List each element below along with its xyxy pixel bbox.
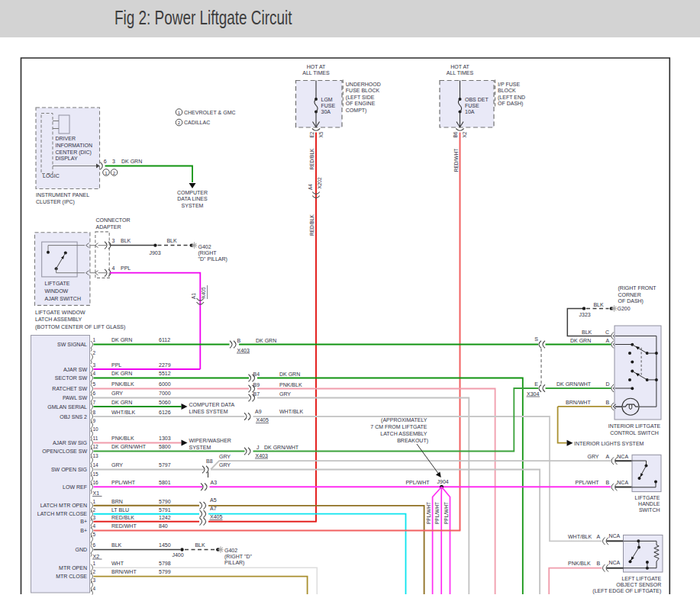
svg-text:INTERIOR LIFTGATE: INTERIOR LIFTGATE — [608, 423, 661, 429]
svg-text:AJAR SW: AJAR SW — [63, 367, 88, 372]
svg-text:J904: J904 — [437, 479, 449, 484]
svg-text:WHT/BLK: WHT/BLK — [279, 409, 303, 414]
svg-text:J903: J903 — [149, 250, 160, 256]
svg-text:DK GRN: DK GRN — [121, 159, 142, 164]
svg-text:SW OPEN SIG: SW OPEN SIG — [51, 467, 87, 472]
svg-text:DK GRN: DK GRN — [256, 338, 276, 343]
svg-text:DK GRN: DK GRN — [111, 371, 132, 376]
svg-text:WHT: WHT — [111, 561, 124, 566]
svg-text:I/P FUSE: I/P FUSE — [498, 82, 520, 87]
svg-text:5: 5 — [93, 381, 96, 387]
svg-text:X403: X403 — [256, 453, 268, 458]
svg-text:G402: G402 — [224, 548, 237, 553]
svg-text:DK GRN/WHT: DK GRN/WHT — [111, 444, 147, 449]
svg-text:OPEN/CLOSE SW: OPEN/CLOSE SW — [42, 449, 87, 454]
svg-text:X405: X405 — [201, 287, 206, 299]
svg-text:X304: X304 — [527, 391, 539, 397]
svg-text:B7: B7 — [253, 391, 260, 397]
svg-text:LOGIC: LOGIC — [43, 173, 60, 178]
svg-text:3: 3 — [93, 515, 96, 520]
svg-text:SECTOR SW: SECTOR SW — [55, 375, 88, 381]
svg-text:2: 2 — [93, 507, 96, 513]
svg-text:X2: X2 — [93, 554, 100, 559]
svg-text:PAWL SW: PAWL SW — [63, 395, 87, 400]
svg-text:BREAKOUT): BREAKOUT) — [397, 438, 428, 444]
svg-text:GRY: GRY — [279, 391, 291, 397]
svg-text:6: 6 — [104, 159, 107, 164]
svg-text:GMLAN SERIAL: GMLAN SERIAL — [47, 404, 87, 410]
svg-text:LIFTGATE: LIFTGATE — [45, 281, 70, 286]
svg-text:WHT/BLK: WHT/BLK — [568, 534, 592, 539]
svg-text:WIPER/WASHER: WIPER/WASHER — [189, 438, 231, 443]
svg-text:PPL/WHT: PPL/WHT — [444, 502, 449, 524]
svg-text:6112: 6112 — [159, 337, 170, 342]
svg-text:A: A — [606, 454, 610, 459]
svg-text:(RIGHT FRONT: (RIGHT FRONT — [618, 285, 657, 291]
svg-text:A7: A7 — [210, 506, 217, 511]
svg-text:DK GRN/WHT: DK GRN/WHT — [556, 381, 592, 387]
svg-text:HOT AT: HOT AT — [450, 64, 469, 69]
svg-text:COMPT): COMPT) — [346, 108, 367, 114]
svg-text:RED/BLK: RED/BLK — [111, 515, 134, 520]
svg-text:INTERIOR LIGHTS SYSTEM: INTERIOR LIGHTS SYSTEM — [574, 441, 644, 446]
svg-text:PNK/BLK: PNK/BLK — [111, 381, 134, 387]
svg-text:LATCH MTR CLOSE: LATCH MTR CLOSE — [37, 511, 88, 516]
svg-text:5799: 5799 — [159, 569, 171, 574]
svg-text:X202: X202 — [317, 177, 322, 189]
svg-text:OBJECT SENSOR: OBJECT SENSOR — [616, 582, 661, 587]
svg-text:A: A — [597, 534, 601, 539]
svg-text:1: 1 — [178, 111, 181, 115]
svg-text:1: 1 — [93, 561, 96, 566]
svg-text:S: S — [534, 336, 538, 342]
svg-text:PILLAR): PILLAR) — [224, 560, 244, 566]
svg-text:GRY: GRY — [111, 391, 123, 396]
svg-text:B9: B9 — [253, 382, 260, 388]
svg-text:J323: J323 — [579, 312, 591, 317]
svg-text:J400: J400 — [172, 552, 183, 558]
svg-text:G200: G200 — [618, 306, 631, 311]
svg-text:PPL/WHT: PPL/WHT — [434, 502, 440, 524]
svg-text:B+: B+ — [80, 519, 87, 524]
svg-text:CHEVROLET & GMC: CHEVROLET & GMC — [184, 110, 236, 115]
svg-text:4: 4 — [93, 523, 96, 529]
svg-text:GRY: GRY — [588, 454, 599, 459]
svg-text:BLK: BLK — [582, 330, 592, 335]
svg-text:(LEFT END: (LEFT END — [498, 95, 525, 101]
svg-text:BRN/WHT: BRN/WHT — [111, 569, 137, 574]
svg-text:WHT/BLK: WHT/BLK — [111, 410, 135, 415]
svg-text:1242: 1242 — [159, 515, 171, 520]
svg-text:OBJ SNS 2: OBJ SNS 2 — [60, 414, 87, 420]
svg-text:DRIVER: DRIVER — [56, 136, 76, 141]
svg-text:"D" PILLAR): "D" PILLAR) — [198, 256, 227, 262]
svg-text:5060: 5060 — [159, 400, 171, 405]
svg-text:INFORMATION: INFORMATION — [56, 143, 92, 148]
svg-text:FUSE BLOCK: FUSE BLOCK — [346, 88, 380, 93]
svg-text:D: D — [606, 381, 610, 387]
svg-text:6000: 6000 — [159, 381, 171, 387]
svg-text:CORNER: CORNER — [618, 292, 641, 297]
svg-text:GRY: GRY — [111, 462, 123, 468]
svg-text:(RIGHT "D": (RIGHT "D" — [224, 554, 252, 560]
svg-text:(APPROXIMATELY: (APPROXIMATELY — [381, 417, 427, 423]
svg-text:INSTRUMENT PANEL: INSTRUMENT PANEL — [36, 192, 89, 198]
svg-text:GND: GND — [75, 547, 87, 552]
svg-text:2279: 2279 — [159, 362, 171, 368]
svg-text:4: 4 — [93, 371, 96, 376]
svg-text:BRN: BRN — [111, 499, 123, 504]
svg-text:A: A — [606, 338, 610, 343]
svg-text:840: 840 — [159, 523, 168, 529]
svg-text:ADAPTER: ADAPTER — [96, 224, 121, 230]
svg-text:LATCH ASSEMBLY: LATCH ASSEMBLY — [35, 317, 82, 322]
svg-text:CLUSTER (IPC): CLUSTER (IPC) — [36, 199, 75, 205]
svg-text:3: 3 — [112, 159, 115, 164]
svg-text:5798: 5798 — [159, 561, 171, 566]
svg-text:4: 4 — [112, 265, 115, 271]
svg-text:2: 2 — [113, 171, 116, 175]
svg-text:LGM: LGM — [321, 97, 333, 102]
svg-text:GRY: GRY — [219, 462, 231, 468]
svg-text:LATCH ASSEMBLY: LATCH ASSEMBLY — [380, 431, 427, 436]
svg-text:(LEFT EDGE OF LIFTGATE): (LEFT EDGE OF LIFTGATE) — [592, 588, 661, 594]
svg-text:MTR CLOSE: MTR CLOSE — [56, 574, 87, 579]
svg-text:DATA LINES: DATA LINES — [177, 196, 208, 201]
svg-text:RED/WHT: RED/WHT — [111, 523, 137, 529]
